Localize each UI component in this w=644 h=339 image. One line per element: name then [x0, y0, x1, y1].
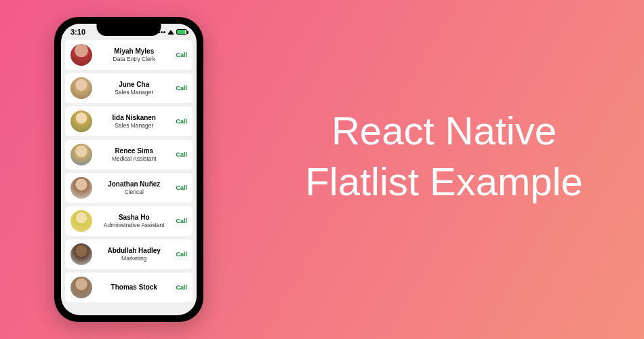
contact-info: Renee SimsMedical Assistant	[98, 147, 170, 162]
call-button[interactable]: Call	[176, 118, 187, 125]
phone-screen: 3:10 Miyah MylesData Entry ClerkCallJune…	[61, 24, 197, 315]
avatar	[71, 277, 92, 298]
contact-role: Administrative Assistant	[98, 222, 170, 228]
contact-role: Data Entry Clerk	[98, 56, 170, 62]
list-item[interactable]: Thomas StockCall	[65, 273, 193, 302]
contact-name: Thomas Stock	[98, 283, 170, 292]
avatar	[71, 77, 92, 99]
list-item[interactable]: Sasha HoAdministrative AssistantCall	[65, 206, 193, 236]
avatar	[71, 243, 92, 265]
contact-role: Clerical	[98, 188, 170, 195]
contact-name: June Cha	[98, 81, 170, 89]
headline-line-2: Flatlist Example	[268, 156, 620, 207]
contact-info: June ChaSales Manager	[98, 81, 170, 96]
contact-name: Renee Sims	[98, 147, 170, 155]
contact-info: Abdullah HadleyMarketing	[98, 247, 170, 262]
call-button[interactable]: Call	[176, 52, 187, 58]
list-item[interactable]: Iida NiskanenSales ManagerCall	[65, 106, 193, 136]
avatar	[71, 210, 92, 232]
contact-info: Sasha HoAdministrative Assistant	[98, 214, 170, 228]
contact-name: Jonathan Nuñez	[98, 180, 170, 188]
page-title: React Native Flatlist Example	[268, 105, 620, 207]
contact-name: Iida Niskanen	[98, 114, 170, 122]
battery-icon	[176, 29, 187, 35]
contact-role: Marketing	[98, 255, 170, 262]
contact-role: Sales Manager	[98, 122, 170, 129]
contact-info: Iida NiskanenSales Manager	[98, 114, 170, 129]
contact-name: Sasha Ho	[98, 214, 170, 222]
call-button[interactable]: Call	[176, 151, 187, 158]
contact-info: Jonathan NuñezClerical	[98, 180, 170, 195]
list-item[interactable]: Miyah MylesData Entry ClerkCall	[65, 40, 193, 70]
contact-name: Miyah Myles	[98, 47, 170, 56]
status-time: 3:10	[71, 28, 85, 36]
contact-role: Medical Assistant	[98, 155, 170, 162]
avatar	[71, 111, 92, 132]
wifi-icon	[167, 30, 174, 35]
contact-list[interactable]: Miyah MylesData Entry ClerkCallJune ChaS…	[61, 37, 197, 308]
avatar	[71, 44, 92, 66]
contact-name: Abdullah Hadley	[98, 247, 170, 255]
phone-frame: 3:10 Miyah MylesData Entry ClerkCallJune…	[54, 17, 203, 322]
list-item[interactable]: Renee SimsMedical AssistantCall	[65, 140, 193, 170]
call-button[interactable]: Call	[176, 218, 187, 224]
call-button[interactable]: Call	[176, 184, 187, 191]
contact-role: Sales Manager	[98, 89, 170, 96]
contact-info: Miyah MylesData Entry Clerk	[98, 47, 170, 62]
list-item[interactable]: June ChaSales ManagerCall	[65, 73, 193, 103]
call-button[interactable]: Call	[176, 284, 187, 291]
contact-info: Thomas Stock	[98, 283, 170, 292]
phone-notch	[97, 22, 161, 36]
avatar	[71, 144, 92, 165]
call-button[interactable]: Call	[176, 85, 187, 92]
list-item[interactable]: Jonathan NuñezClericalCall	[65, 173, 193, 203]
list-item[interactable]: Abdullah HadleyMarketingCall	[65, 239, 193, 269]
avatar	[71, 177, 92, 199]
call-button[interactable]: Call	[176, 251, 187, 258]
headline-line-1: React Native	[268, 105, 620, 156]
